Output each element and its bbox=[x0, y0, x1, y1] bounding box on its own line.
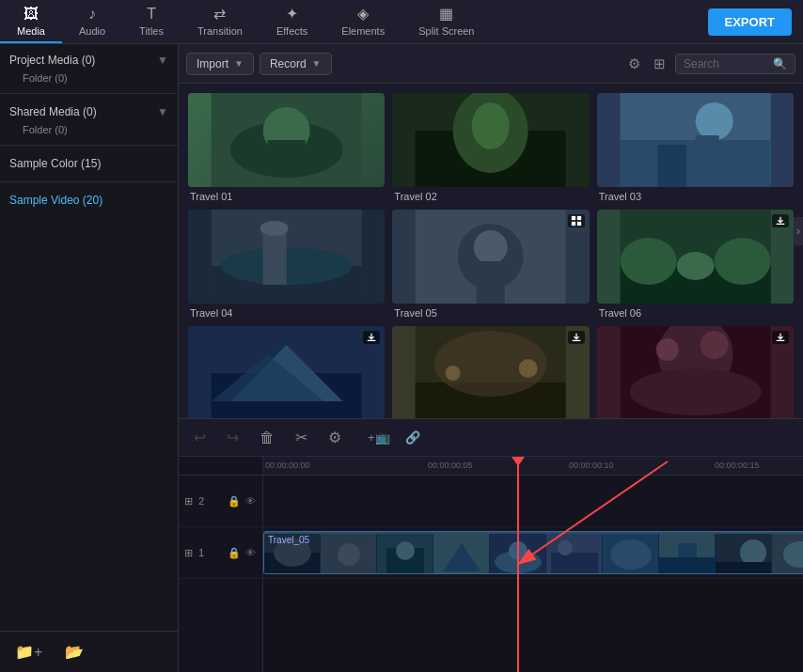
svg-point-39 bbox=[519, 359, 538, 378]
svg-rect-16 bbox=[263, 228, 287, 285]
sidebar-item-sample-color[interactable]: Sample Color (15) bbox=[0, 148, 178, 180]
grid-view-icon[interactable]: ⊞ bbox=[650, 52, 669, 76]
search-input[interactable] bbox=[684, 57, 768, 70]
nav-splitscreen-label: Split Screen bbox=[418, 25, 474, 37]
svg-point-17 bbox=[260, 221, 289, 236]
video-label: Travel 04 bbox=[188, 307, 385, 319]
add-folder-button[interactable]: 📁+ bbox=[8, 639, 50, 664]
svg-rect-23 bbox=[577, 216, 581, 220]
lock-button-1[interactable]: 🔒 bbox=[227, 546, 242, 560]
svg-rect-59 bbox=[551, 553, 598, 573]
content-toolbar: Import ▼ Record ▼ ⚙ ⊞ 🔍 bbox=[179, 44, 803, 84]
transition-icon: ⇄ bbox=[213, 5, 226, 23]
visibility-button-1[interactable]: 👁 bbox=[244, 546, 257, 560]
toolbar-icons: ⚙ ⊞ 🔍 bbox=[624, 52, 795, 76]
track-label-2: ⊞ 2 🔒 👁 bbox=[179, 476, 262, 527]
shared-media-label: Shared Media (0) bbox=[9, 105, 97, 118]
undo-button[interactable]: ↩ bbox=[188, 425, 212, 450]
svg-point-67 bbox=[740, 539, 766, 566]
list-item[interactable]: Travel 08 bbox=[392, 326, 589, 418]
svg-rect-22 bbox=[572, 216, 575, 220]
settings-button[interactable]: ⚙ bbox=[323, 425, 347, 450]
track-clip[interactable]: Travel_05 bbox=[263, 531, 803, 574]
nav-media-label: Media bbox=[17, 25, 45, 37]
svg-point-62 bbox=[610, 539, 652, 570]
timeline-ruler: 00:00:00:00 00:00:00:05 00:00:00:10 00:0… bbox=[263, 457, 803, 476]
cut-button[interactable]: ✂ bbox=[290, 425, 313, 450]
ruler-mark-1: 00:00:00:05 bbox=[428, 461, 473, 470]
svg-point-52 bbox=[396, 541, 415, 560]
list-item[interactable]: Travel 07 bbox=[188, 326, 385, 418]
svg-point-20 bbox=[474, 230, 508, 264]
content-panel: Import ▼ Record ▼ ⚙ ⊞ 🔍 bbox=[179, 44, 803, 418]
download-badge bbox=[772, 331, 789, 344]
sidebar-item-shared-media[interactable]: Shared Media (0) ▼ Folder (0) bbox=[0, 96, 178, 143]
shared-media-folder: Folder (0) bbox=[9, 122, 168, 137]
sidebar-item-sample-video[interactable]: Sample Video (20) bbox=[0, 184, 178, 216]
effects-icon: ✦ bbox=[286, 5, 298, 23]
list-item[interactable]: Travel 01 bbox=[188, 93, 385, 202]
search-icon: 🔍 bbox=[773, 57, 787, 70]
list-item[interactable]: Travel 03 bbox=[597, 93, 794, 202]
list-item[interactable]: Travel 04 bbox=[188, 210, 385, 319]
timeline-add-buttons: +📺 🔗 bbox=[362, 427, 426, 448]
sample-color-label: Sample Color (15) bbox=[9, 157, 101, 170]
delete-button[interactable]: 🗑 bbox=[254, 426, 280, 450]
svg-point-60 bbox=[558, 540, 573, 555]
top-nav: 🖼 Media ♪ Audio T Titles ⇄ Transition ✦ … bbox=[0, 0, 803, 44]
svg-point-38 bbox=[446, 366, 461, 381]
list-item[interactable]: Travel 06 bbox=[597, 210, 794, 319]
add-link-button[interactable]: 🔗 bbox=[400, 427, 426, 448]
redo-button[interactable]: ↪ bbox=[221, 425, 244, 450]
media-icon: 🖼 bbox=[24, 6, 39, 23]
nav-elements-label: Elements bbox=[341, 25, 385, 37]
svg-rect-3 bbox=[268, 140, 306, 168]
svg-rect-68 bbox=[716, 562, 772, 573]
svg-rect-65 bbox=[659, 557, 716, 573]
add-track-button[interactable]: +📺 bbox=[362, 427, 396, 448]
chevron-down-icon: ▼ bbox=[234, 58, 244, 69]
list-item[interactable]: Travel 05 bbox=[392, 210, 589, 319]
lock-button-2[interactable]: 🔒 bbox=[227, 494, 242, 508]
list-item[interactable]: Travel 02 bbox=[392, 93, 589, 202]
video-grid: Travel 01 Travel 02 bbox=[179, 84, 803, 418]
nav-elements[interactable]: ◈ Elements bbox=[324, 0, 402, 43]
new-folder-button[interactable]: 📂 bbox=[57, 639, 91, 664]
ruler-mark-2: 00:00:00:10 bbox=[569, 461, 614, 470]
svg-point-7 bbox=[472, 102, 510, 149]
nav-media[interactable]: 🖼 Media bbox=[0, 0, 62, 43]
splitscreen-icon: ▦ bbox=[439, 5, 453, 23]
record-dropdown[interactable]: Record ▼ bbox=[260, 53, 332, 75]
nav-transition[interactable]: ⇄ Transition bbox=[181, 0, 260, 43]
timeline-tracks[interactable]: 00:00:00:00 00:00:00:05 00:00:00:10 00:0… bbox=[263, 457, 803, 672]
track-rows: Travel_05 bbox=[263, 476, 803, 579]
audio-icon: ♪ bbox=[88, 6, 96, 23]
svg-point-10 bbox=[695, 102, 732, 140]
record-label: Record bbox=[270, 57, 307, 70]
svg-point-30 bbox=[676, 252, 714, 280]
svg-rect-12 bbox=[695, 135, 718, 187]
svg-point-43 bbox=[655, 338, 678, 361]
nav-effects[interactable]: ✦ Effects bbox=[260, 0, 324, 43]
divider bbox=[0, 93, 178, 94]
track-row-1: Travel_05 bbox=[263, 527, 803, 579]
export-button[interactable]: EXPORT bbox=[708, 8, 792, 36]
nav-titles[interactable]: T Titles bbox=[122, 0, 181, 43]
divider bbox=[0, 181, 178, 182]
video-label: Travel 02 bbox=[392, 191, 589, 202]
nav-effects-label: Effects bbox=[276, 25, 307, 37]
nav-splitscreen[interactable]: ▦ Split Screen bbox=[402, 0, 491, 43]
track-controls-2: 🔒 👁 bbox=[227, 494, 257, 508]
sidebar-item-project-media[interactable]: Project Media (0) ▼ Folder (0) bbox=[0, 44, 178, 91]
visibility-button-2[interactable]: 👁 bbox=[244, 494, 257, 508]
filter-icon[interactable]: ⚙ bbox=[624, 52, 644, 76]
right-collapse-button[interactable]: › bbox=[794, 217, 803, 245]
nav-titles-label: Titles bbox=[139, 25, 164, 37]
svg-point-28 bbox=[620, 238, 676, 285]
chevron-down-icon: ▼ bbox=[312, 58, 322, 69]
import-dropdown[interactable]: Import ▼ bbox=[186, 53, 254, 75]
list-item[interactable]: Travel 09 bbox=[597, 326, 794, 418]
video-label: Travel 01 bbox=[188, 191, 385, 202]
nav-audio[interactable]: ♪ Audio bbox=[62, 0, 122, 43]
timeline-toolbar: ↩ ↪ 🗑 ✂ ⚙ +📺 🔗 bbox=[179, 419, 803, 457]
